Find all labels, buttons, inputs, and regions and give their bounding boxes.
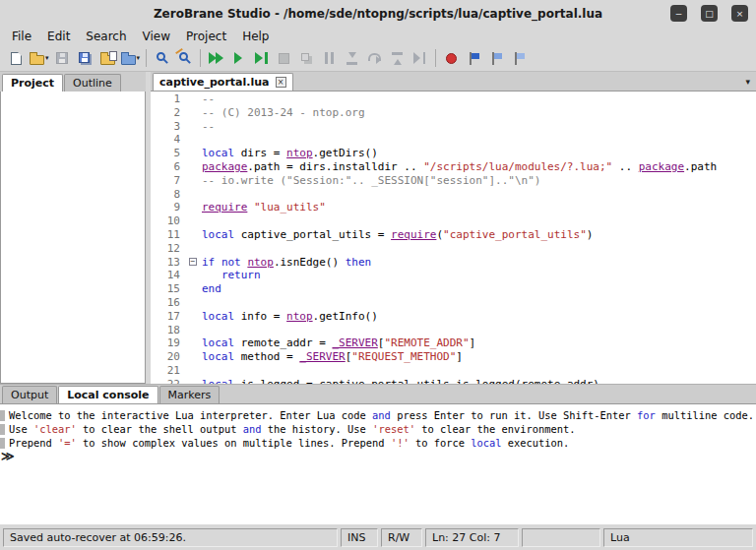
step-out-button[interactable] bbox=[386, 47, 409, 70]
menu-view[interactable]: View bbox=[135, 29, 178, 44]
bottom-tab-local-console[interactable]: Local console bbox=[58, 386, 158, 403]
line-number[interactable]: 15 bbox=[151, 282, 188, 296]
run-button[interactable] bbox=[205, 47, 227, 70]
code-line[interactable]: 6package.path = dirs.installdir .. "/scr… bbox=[151, 160, 756, 174]
code-line[interactable]: 19local remote_addr = _SERVER["REMOTE_AD… bbox=[151, 336, 756, 350]
toggle-bookmark-button[interactable] bbox=[463, 47, 485, 70]
continue-button[interactable] bbox=[250, 47, 273, 70]
code-line[interactable]: 12 bbox=[151, 242, 756, 256]
find-button[interactable] bbox=[151, 47, 173, 70]
code-line[interactable]: 5local dirs = ntop.getDirs() bbox=[151, 147, 756, 160]
line-number[interactable]: 4 bbox=[151, 133, 188, 147]
open-file-button[interactable]: ▾ bbox=[28, 47, 51, 70]
code-line[interactable]: 1-- bbox=[151, 92, 756, 106]
code-line[interactable]: 14 return bbox=[151, 269, 756, 282]
titlebar[interactable]: ZeroBrane Studio - /home/sde/ntopng/scri… bbox=[0, 0, 756, 27]
new-file-button[interactable] bbox=[5, 47, 28, 70]
line-number[interactable]: 10 bbox=[151, 214, 188, 228]
menu-search[interactable]: Search bbox=[78, 29, 134, 44]
code-line[interactable]: 9require "lua_utils" bbox=[151, 201, 756, 214]
fold-margin[interactable] bbox=[188, 188, 202, 202]
break-process-button[interactable] bbox=[318, 47, 341, 70]
fold-margin[interactable] bbox=[188, 214, 202, 228]
fold-margin[interactable] bbox=[188, 92, 202, 106]
code-line[interactable]: 21 bbox=[151, 364, 756, 378]
bottom-tab-output[interactable]: Output bbox=[2, 386, 57, 403]
close-button[interactable]: × bbox=[731, 5, 748, 22]
maximize-button[interactable]: □ bbox=[701, 5, 718, 22]
left-tab-outline[interactable]: Outline bbox=[64, 74, 121, 92]
line-number[interactable]: 7 bbox=[151, 174, 188, 188]
line-number[interactable]: 5 bbox=[151, 147, 188, 160]
code-line[interactable]: 2-- (C) 2013-24 - ntop.org bbox=[151, 106, 756, 120]
code-line[interactable]: 8 bbox=[151, 188, 756, 202]
fold-margin[interactable] bbox=[188, 133, 202, 147]
fold-margin[interactable] bbox=[188, 364, 202, 378]
code-line[interactable]: 13−if not ntop.isnEdge() then bbox=[151, 256, 756, 270]
line-number[interactable]: 20 bbox=[151, 350, 188, 364]
detach-process-button[interactable] bbox=[295, 47, 318, 70]
fold-margin[interactable] bbox=[188, 228, 202, 242]
line-number[interactable]: 3 bbox=[151, 120, 188, 134]
fold-margin[interactable] bbox=[188, 160, 202, 174]
console-output[interactable]: Welcome to the interactive Lua interpret… bbox=[0, 403, 756, 524]
editor-tab[interactable]: captive_portal.lua × bbox=[153, 73, 293, 91]
tab-list-dropdown-icon[interactable]: ▾ bbox=[745, 77, 750, 87]
bottom-tab-markers[interactable]: Markers bbox=[159, 386, 220, 403]
menu-project[interactable]: Project bbox=[178, 29, 234, 44]
find-replace-button[interactable] bbox=[173, 47, 196, 70]
code-line[interactable]: 16 bbox=[151, 296, 756, 310]
fold-margin[interactable] bbox=[188, 147, 202, 160]
fold-margin[interactable] bbox=[188, 201, 202, 214]
line-number[interactable]: 2 bbox=[151, 106, 188, 120]
line-number[interactable]: 11 bbox=[151, 228, 188, 242]
step-over-button[interactable] bbox=[363, 47, 386, 70]
fold-marker-icon[interactable]: − bbox=[189, 258, 197, 266]
bookmark-prev-button[interactable] bbox=[485, 47, 508, 70]
line-number[interactable]: 6 bbox=[151, 160, 188, 174]
fold-margin[interactable] bbox=[188, 378, 202, 384]
code-line[interactable]: 7-- io.write ("Session:".. _SESSION["ses… bbox=[151, 174, 756, 188]
code-line[interactable]: 17local info = ntop.getInfo() bbox=[151, 310, 756, 324]
line-number[interactable]: 18 bbox=[151, 324, 188, 337]
line-number[interactable]: 1 bbox=[151, 92, 188, 106]
line-number[interactable]: 14 bbox=[151, 269, 188, 282]
line-number[interactable]: 17 bbox=[151, 310, 188, 324]
save-button[interactable] bbox=[51, 47, 74, 70]
fold-margin[interactable] bbox=[188, 296, 202, 310]
menu-help[interactable]: Help bbox=[234, 29, 277, 44]
menu-file[interactable]: File bbox=[4, 29, 39, 44]
minimize-button[interactable]: − bbox=[670, 5, 687, 22]
project-tree[interactable] bbox=[0, 92, 146, 384]
line-number[interactable]: 16 bbox=[151, 296, 188, 310]
run-to-cursor-button[interactable] bbox=[409, 47, 431, 70]
stop-process-button[interactable] bbox=[273, 47, 295, 70]
step-into-button[interactable] bbox=[341, 47, 363, 70]
fold-margin[interactable] bbox=[188, 282, 202, 296]
line-number[interactable]: 21 bbox=[151, 364, 188, 378]
save-all-button[interactable] bbox=[74, 47, 96, 70]
fold-margin[interactable] bbox=[188, 120, 202, 134]
code-line[interactable]: 3-- bbox=[151, 120, 756, 134]
fold-margin[interactable]: − bbox=[188, 256, 202, 270]
left-tab-project[interactable]: Project bbox=[2, 74, 63, 92]
code-line[interactable]: 20local method = _SERVER["REQUEST_METHOD… bbox=[151, 350, 756, 364]
code-line[interactable]: 11local captive_portal_utils = require("… bbox=[151, 228, 756, 242]
fold-margin[interactable] bbox=[188, 350, 202, 364]
project-dir-choose-button[interactable]: ▾ bbox=[119, 47, 143, 70]
project-dir-from-file-button[interactable] bbox=[96, 47, 119, 70]
line-number[interactable]: 13 bbox=[151, 256, 188, 270]
toggle-breakpoint-button[interactable] bbox=[440, 47, 463, 70]
fold-margin[interactable] bbox=[188, 336, 202, 350]
fold-margin[interactable] bbox=[188, 174, 202, 188]
fold-margin[interactable] bbox=[188, 324, 202, 337]
line-number[interactable]: 12 bbox=[151, 242, 188, 256]
line-number[interactable]: 8 bbox=[151, 188, 188, 202]
line-number[interactable]: 9 bbox=[151, 201, 188, 214]
code-line[interactable]: 10 bbox=[151, 214, 756, 228]
code-line[interactable]: 15end bbox=[151, 282, 756, 296]
bookmark-next-button[interactable] bbox=[508, 47, 531, 70]
fold-margin[interactable] bbox=[188, 242, 202, 256]
code-editor[interactable]: 1--2-- (C) 2013-24 - ntop.org3--45local … bbox=[151, 92, 756, 384]
fold-margin[interactable] bbox=[188, 310, 202, 324]
